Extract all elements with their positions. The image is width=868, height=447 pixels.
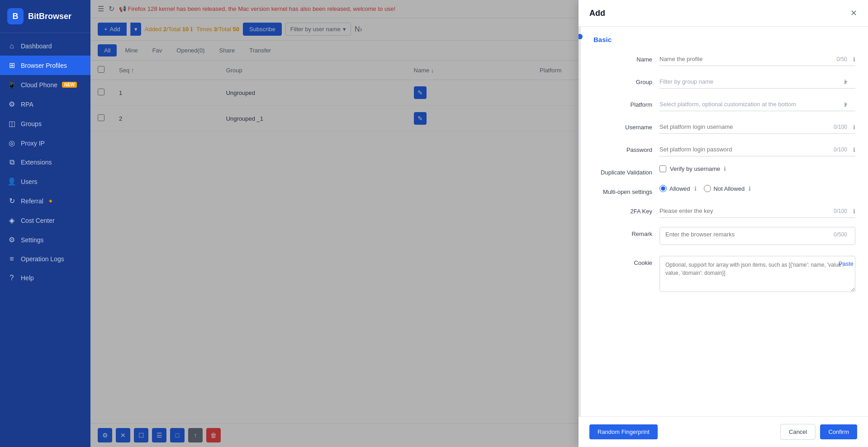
field-name-row: Name 0/50 ℹ [593,52,855,66]
group-info-icon[interactable]: ℹ [844,79,846,85]
allowed-radio-item[interactable]: Allowed ℹ [659,185,697,192]
sidebar-label-proxy-ip: Proxy IP [21,140,45,147]
platform-select[interactable]: Select platform, optional customization … [659,98,855,111]
modal-footer: Random Fingerprint Cancel Confirm [579,416,868,447]
sidebar-item-help[interactable]: ? Help [0,268,90,287]
sidebar-item-proxy-ip[interactable]: ◎ Proxy IP [0,133,90,153]
not-allowed-radio[interactable] [704,185,711,192]
dup-validation-checkbox[interactable] [659,165,666,172]
field-remark-row: Remark 0/500 [593,227,855,247]
sidebar-nav: ⌂ Dashboard ⊞ Browser Profiles 📱 Cloud P… [0,33,90,447]
paste-button[interactable]: Paste [837,256,855,272]
field-platform-label: Platform [593,98,652,108]
field-dup-label: Duplicate Validation [593,165,652,176]
help-icon: ? [7,274,16,282]
field-cookie-label: Cookie [593,256,652,266]
cookie-textarea[interactable] [659,256,855,292]
extensions-icon: ⧉ [7,158,16,166]
confirm-button[interactable]: Confirm [820,424,857,439]
sidebar-label-groups: Groups [21,120,42,127]
sidebar-item-users[interactable]: 👤 Users [0,172,90,191]
logo: B BitBrowser [0,0,90,33]
sidebar-label-help: Help [21,274,34,282]
field-platform-field: Select platform, optional customization … [659,98,855,111]
not-allowed-label: Not Allowed [714,185,745,192]
field-remark-field: 0/500 [659,227,855,247]
operation-logs-icon: ≡ [7,255,16,263]
field-name-label: Name [593,52,652,63]
platform-info-icon[interactable]: ℹ [844,101,846,108]
password-char-count: 0/100 [834,146,847,153]
app-name: BitBrowser [28,12,71,21]
sidebar-label-cloud-phone: Cloud Phone [21,81,57,89]
sidebar-item-cloud-phone[interactable]: 📱 Cloud Phone NEW [0,75,90,94]
sidebar-item-extensions[interactable]: ⧉ Extensions [0,153,90,172]
field-name-field: 0/50 ℹ [659,52,855,66]
field-platform-row: Platform Select platform, optional custo… [593,98,855,111]
dup-checkbox-label: Verify by username [670,165,720,172]
sidebar-item-browser-profiles[interactable]: ⊞ Browser Profiles [0,56,90,75]
twofa-input[interactable] [659,204,855,218]
modal-close-button[interactable]: ✕ [850,8,857,18]
browser-profiles-icon: ⊞ [7,61,16,70]
name-input[interactable] [659,52,855,66]
field-cookie-field: Paste [659,256,855,294]
cancel-button[interactable]: Cancel [780,424,816,440]
users-icon: 👤 [7,177,16,186]
cloud-phone-icon: 📱 [7,80,16,89]
remark-char-count: 0/500 [834,231,847,238]
allowed-radio[interactable] [659,185,667,192]
groups-icon: ◫ [7,119,16,128]
name-info-icon[interactable]: ℹ [853,56,855,63]
logo-icon: B [7,8,24,24]
sidebar-item-dashboard[interactable]: ⌂ Dashboard [0,37,90,56]
sidebar-item-referral[interactable]: ↻ Referral ✦ [0,191,90,211]
sidebar-label-settings: Settings [21,236,44,244]
group-select[interactable]: Filter by group name [659,75,855,89]
field-cookie-row: Cookie Paste [593,256,855,294]
field-multi-open-row: Multi-open settings Allowed ℹ Not Allowe… [593,185,855,195]
sidebar-item-groups[interactable]: ◫ Groups [0,114,90,133]
modal-nav-sidebar [579,27,581,416]
sidebar-label-users: Users [21,178,38,185]
proxy-ip-icon: ◎ [7,139,16,147]
field-username-label: Username [593,120,652,131]
field-remark-label: Remark [593,227,652,237]
twofa-info-icon[interactable]: ℹ [853,208,855,215]
field-twofa-label: 2FA Key [593,204,652,215]
settings-icon: ⚙ [7,235,16,244]
dup-info-icon[interactable]: ℹ [724,165,726,172]
sidebar-label-cost-center: Cost Center [21,217,55,224]
field-group-row: Group Filter by group name ▾ ℹ [593,75,855,89]
cost-center-icon: ◈ [7,216,16,225]
password-input[interactable] [659,143,855,156]
field-username-field: 0/100 ℹ [659,120,855,134]
referral-icon: ↻ [7,197,16,205]
not-allowed-radio-item[interactable]: Not Allowed ℹ [704,185,751,192]
sidebar-label-browser-profiles: Browser Profiles [21,62,67,69]
field-password-field: 0/100 ℹ [659,143,855,156]
sidebar-item-rpa[interactable]: ⚙ RPA [0,94,90,114]
username-info-icon[interactable]: ℹ [853,124,855,131]
password-info-icon[interactable]: ℹ [853,146,855,153]
section-basic-title: Basic [593,36,855,43]
sidebar: B BitBrowser ⌂ Dashboard ⊞ Browser Profi… [0,0,90,447]
sidebar-label-referral: Referral [21,198,43,205]
sidebar-item-cost-center[interactable]: ◈ Cost Center [0,211,90,230]
modal-body: Basic Name 0/50 ℹ Group Filter by group … [579,27,868,416]
field-dup-validation-row: Duplicate Validation Verify by username … [593,165,855,176]
username-char-count: 0/100 [834,124,847,130]
username-input[interactable] [659,120,855,134]
sidebar-item-settings[interactable]: ⚙ Settings [0,230,90,249]
allowed-info-icon[interactable]: ℹ [694,185,697,192]
random-fingerprint-button[interactable]: Random Fingerprint [589,424,658,439]
field-twofa-row: 2FA Key 0/100 ℹ [593,204,855,218]
sidebar-item-operation-logs[interactable]: ≡ Operation Logs [0,249,90,268]
dup-checkbox-row: Verify by username ℹ [659,165,855,172]
remark-textarea[interactable] [659,227,855,245]
name-char-count: 0/50 [837,56,847,62]
modal-header: Add ✕ [579,0,868,27]
not-allowed-info-icon[interactable]: ℹ [749,185,751,192]
modal-form: Basic Name 0/50 ℹ Group Filter by group … [581,27,868,416]
dashboard-icon: ⌂ [7,42,16,50]
